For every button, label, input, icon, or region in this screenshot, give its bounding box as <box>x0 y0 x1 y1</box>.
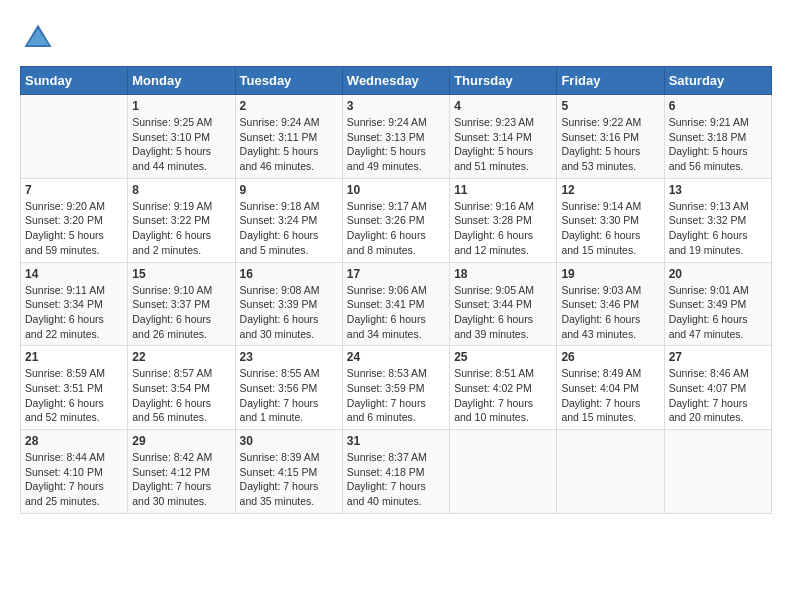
day-info: Sunrise: 9:01 AMSunset: 3:49 PMDaylight:… <box>669 283 767 342</box>
day-cell: 9Sunrise: 9:18 AMSunset: 3:24 PMDaylight… <box>235 178 342 262</box>
day-info: Sunrise: 9:14 AMSunset: 3:30 PMDaylight:… <box>561 199 659 258</box>
day-cell: 18Sunrise: 9:05 AMSunset: 3:44 PMDayligh… <box>450 262 557 346</box>
day-info: Sunrise: 8:39 AMSunset: 4:15 PMDaylight:… <box>240 450 338 509</box>
day-number: 18 <box>454 267 552 281</box>
day-number: 30 <box>240 434 338 448</box>
day-cell <box>450 430 557 514</box>
day-info: Sunrise: 8:51 AMSunset: 4:02 PMDaylight:… <box>454 366 552 425</box>
day-cell: 26Sunrise: 8:49 AMSunset: 4:04 PMDayligh… <box>557 346 664 430</box>
day-info: Sunrise: 9:17 AMSunset: 3:26 PMDaylight:… <box>347 199 445 258</box>
day-cell: 31Sunrise: 8:37 AMSunset: 4:18 PMDayligh… <box>342 430 449 514</box>
day-info: Sunrise: 9:13 AMSunset: 3:32 PMDaylight:… <box>669 199 767 258</box>
day-cell <box>664 430 771 514</box>
day-info: Sunrise: 9:22 AMSunset: 3:16 PMDaylight:… <box>561 115 659 174</box>
day-cell <box>557 430 664 514</box>
day-number: 14 <box>25 267 123 281</box>
day-cell: 16Sunrise: 9:08 AMSunset: 3:39 PMDayligh… <box>235 262 342 346</box>
day-number: 27 <box>669 350 767 364</box>
day-cell: 10Sunrise: 9:17 AMSunset: 3:26 PMDayligh… <box>342 178 449 262</box>
day-info: Sunrise: 8:42 AMSunset: 4:12 PMDaylight:… <box>132 450 230 509</box>
day-info: Sunrise: 8:59 AMSunset: 3:51 PMDaylight:… <box>25 366 123 425</box>
day-number: 16 <box>240 267 338 281</box>
logo-icon <box>20 20 56 56</box>
day-cell: 27Sunrise: 8:46 AMSunset: 4:07 PMDayligh… <box>664 346 771 430</box>
day-number: 10 <box>347 183 445 197</box>
header-day-thursday: Thursday <box>450 67 557 95</box>
day-cell: 6Sunrise: 9:21 AMSunset: 3:18 PMDaylight… <box>664 95 771 179</box>
logo <box>20 20 60 56</box>
day-info: Sunrise: 9:08 AMSunset: 3:39 PMDaylight:… <box>240 283 338 342</box>
header-day-friday: Friday <box>557 67 664 95</box>
day-cell: 29Sunrise: 8:42 AMSunset: 4:12 PMDayligh… <box>128 430 235 514</box>
week-row-5: 28Sunrise: 8:44 AMSunset: 4:10 PMDayligh… <box>21 430 772 514</box>
day-info: Sunrise: 9:03 AMSunset: 3:46 PMDaylight:… <box>561 283 659 342</box>
day-number: 1 <box>132 99 230 113</box>
header-day-tuesday: Tuesday <box>235 67 342 95</box>
day-info: Sunrise: 9:11 AMSunset: 3:34 PMDaylight:… <box>25 283 123 342</box>
day-cell: 15Sunrise: 9:10 AMSunset: 3:37 PMDayligh… <box>128 262 235 346</box>
header-row: SundayMondayTuesdayWednesdayThursdayFrid… <box>21 67 772 95</box>
day-number: 12 <box>561 183 659 197</box>
day-info: Sunrise: 9:23 AMSunset: 3:14 PMDaylight:… <box>454 115 552 174</box>
week-row-3: 14Sunrise: 9:11 AMSunset: 3:34 PMDayligh… <box>21 262 772 346</box>
day-info: Sunrise: 9:20 AMSunset: 3:20 PMDaylight:… <box>25 199 123 258</box>
day-cell: 25Sunrise: 8:51 AMSunset: 4:02 PMDayligh… <box>450 346 557 430</box>
header-day-wednesday: Wednesday <box>342 67 449 95</box>
day-info: Sunrise: 9:06 AMSunset: 3:41 PMDaylight:… <box>347 283 445 342</box>
day-info: Sunrise: 9:16 AMSunset: 3:28 PMDaylight:… <box>454 199 552 258</box>
day-info: Sunrise: 8:55 AMSunset: 3:56 PMDaylight:… <box>240 366 338 425</box>
day-number: 22 <box>132 350 230 364</box>
header-day-monday: Monday <box>128 67 235 95</box>
day-cell: 12Sunrise: 9:14 AMSunset: 3:30 PMDayligh… <box>557 178 664 262</box>
calendar-table: SundayMondayTuesdayWednesdayThursdayFrid… <box>20 66 772 514</box>
day-info: Sunrise: 9:05 AMSunset: 3:44 PMDaylight:… <box>454 283 552 342</box>
day-info: Sunrise: 8:44 AMSunset: 4:10 PMDaylight:… <box>25 450 123 509</box>
day-info: Sunrise: 9:21 AMSunset: 3:18 PMDaylight:… <box>669 115 767 174</box>
day-number: 8 <box>132 183 230 197</box>
page-header <box>20 20 772 56</box>
day-number: 3 <box>347 99 445 113</box>
day-cell: 14Sunrise: 9:11 AMSunset: 3:34 PMDayligh… <box>21 262 128 346</box>
day-cell: 2Sunrise: 9:24 AMSunset: 3:11 PMDaylight… <box>235 95 342 179</box>
day-number: 11 <box>454 183 552 197</box>
day-info: Sunrise: 9:24 AMSunset: 3:11 PMDaylight:… <box>240 115 338 174</box>
day-info: Sunrise: 8:37 AMSunset: 4:18 PMDaylight:… <box>347 450 445 509</box>
day-cell: 22Sunrise: 8:57 AMSunset: 3:54 PMDayligh… <box>128 346 235 430</box>
day-cell: 11Sunrise: 9:16 AMSunset: 3:28 PMDayligh… <box>450 178 557 262</box>
day-number: 6 <box>669 99 767 113</box>
day-number: 21 <box>25 350 123 364</box>
day-number: 19 <box>561 267 659 281</box>
day-cell: 23Sunrise: 8:55 AMSunset: 3:56 PMDayligh… <box>235 346 342 430</box>
day-info: Sunrise: 8:53 AMSunset: 3:59 PMDaylight:… <box>347 366 445 425</box>
day-info: Sunrise: 9:10 AMSunset: 3:37 PMDaylight:… <box>132 283 230 342</box>
day-cell: 19Sunrise: 9:03 AMSunset: 3:46 PMDayligh… <box>557 262 664 346</box>
day-number: 2 <box>240 99 338 113</box>
day-cell: 13Sunrise: 9:13 AMSunset: 3:32 PMDayligh… <box>664 178 771 262</box>
week-row-1: 1Sunrise: 9:25 AMSunset: 3:10 PMDaylight… <box>21 95 772 179</box>
header-day-sunday: Sunday <box>21 67 128 95</box>
day-cell: 28Sunrise: 8:44 AMSunset: 4:10 PMDayligh… <box>21 430 128 514</box>
day-cell: 24Sunrise: 8:53 AMSunset: 3:59 PMDayligh… <box>342 346 449 430</box>
day-cell: 30Sunrise: 8:39 AMSunset: 4:15 PMDayligh… <box>235 430 342 514</box>
day-number: 17 <box>347 267 445 281</box>
day-number: 31 <box>347 434 445 448</box>
day-info: Sunrise: 9:24 AMSunset: 3:13 PMDaylight:… <box>347 115 445 174</box>
calendar-header: SundayMondayTuesdayWednesdayThursdayFrid… <box>21 67 772 95</box>
day-number: 5 <box>561 99 659 113</box>
day-cell: 17Sunrise: 9:06 AMSunset: 3:41 PMDayligh… <box>342 262 449 346</box>
day-cell: 21Sunrise: 8:59 AMSunset: 3:51 PMDayligh… <box>21 346 128 430</box>
day-number: 25 <box>454 350 552 364</box>
day-number: 28 <box>25 434 123 448</box>
day-cell: 7Sunrise: 9:20 AMSunset: 3:20 PMDaylight… <box>21 178 128 262</box>
day-cell: 3Sunrise: 9:24 AMSunset: 3:13 PMDaylight… <box>342 95 449 179</box>
day-cell: 1Sunrise: 9:25 AMSunset: 3:10 PMDaylight… <box>128 95 235 179</box>
day-cell: 4Sunrise: 9:23 AMSunset: 3:14 PMDaylight… <box>450 95 557 179</box>
header-day-saturday: Saturday <box>664 67 771 95</box>
day-number: 4 <box>454 99 552 113</box>
day-info: Sunrise: 9:18 AMSunset: 3:24 PMDaylight:… <box>240 199 338 258</box>
day-number: 29 <box>132 434 230 448</box>
day-number: 26 <box>561 350 659 364</box>
day-number: 20 <box>669 267 767 281</box>
day-info: Sunrise: 8:49 AMSunset: 4:04 PMDaylight:… <box>561 366 659 425</box>
week-row-4: 21Sunrise: 8:59 AMSunset: 3:51 PMDayligh… <box>21 346 772 430</box>
